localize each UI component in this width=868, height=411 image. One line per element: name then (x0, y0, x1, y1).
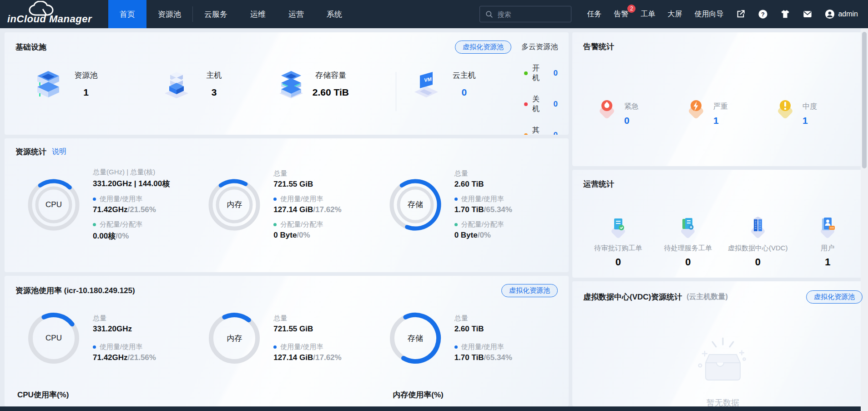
metric-value: 0 Byte (273, 231, 297, 239)
vdc-stats-card: 虚拟数据中心(VDC)资源统计 (云主机数量) 虚拟化资源池 (572, 281, 868, 406)
metric-value: 127.14 GiB (273, 205, 313, 214)
app-logo[interactable]: inCloud Manager (0, 0, 108, 28)
metric-label: 总量 (93, 314, 106, 323)
alarm-label: 紧急 (624, 102, 639, 112)
mail-icon[interactable] (802, 9, 812, 19)
shirt-icon[interactable] (780, 9, 790, 19)
cpu-donut-gauge: CPU (26, 311, 81, 365)
alarms-link[interactable]: 告警2 (614, 10, 628, 19)
storage-donut-gauge: 存储 (388, 311, 443, 365)
host-icon (162, 70, 191, 99)
stat-label: 存储容量 (315, 70, 346, 81)
help-icon[interactable]: ? (758, 9, 768, 19)
metric-value: 721.55 GiB (273, 180, 341, 189)
menu-item-home[interactable]: 首页 (108, 0, 146, 28)
ops-order-tickets: 待审批订购工单 0 (583, 215, 653, 268)
stat-storage-capacity: 存储容量 2.60 TiB (277, 70, 387, 99)
usage-dot-icon (454, 198, 458, 201)
big-screen-link[interactable]: 大屏 (667, 10, 682, 19)
ops-value: 0 (685, 256, 691, 268)
menu-item-operation[interactable]: 运营 (277, 0, 315, 28)
memory-gauge-group: 内存 总量 721.55 GiB 使用量/使用率 127.14 GiB/17.6… (196, 311, 377, 365)
search-input[interactable] (497, 10, 561, 18)
alarm-moderate: 中度 1 (773, 96, 863, 126)
cpu-usage-chart-title: CPU使用率(%) (17, 390, 69, 400)
metric-value: 71.42GHz (93, 205, 128, 214)
metric-value: 331.20GHz | 144.00核 (93, 178, 170, 189)
resource-stats-card: 资源统计 说明 CPU 总量(GH (5, 138, 569, 272)
stats-divider (396, 72, 396, 111)
navbar-right: 任务 告警2 工单 大屏 使用向导 ? admin (587, 0, 868, 28)
metric-rate: /65.34% (484, 353, 512, 362)
scrollbar-thumb[interactable] (862, 32, 867, 168)
tickets-link[interactable]: 工单 (641, 10, 655, 19)
metric-value: 331.20GHz (93, 325, 156, 334)
storage-icon (277, 70, 306, 99)
guide-link[interactable]: 使用向导 (694, 10, 723, 19)
alloc-metric: 分配量/分配率 0.00核/0% (93, 220, 170, 241)
stat-value: 1 (83, 87, 89, 98)
total-metric: 总量(GHz) | 总量(核) 331.20GHz | 144.00核 (93, 168, 170, 189)
menu-item-ops[interactable]: 运维 (239, 0, 277, 28)
stat-cloud-hosts: VM 云主机 0 (412, 70, 512, 99)
ops-vdc: 虚拟数据中心(VDC) 0 (723, 215, 793, 268)
metric-value: 1.70 TiB (454, 353, 484, 362)
metric-value: 0 Byte (454, 231, 478, 239)
usage-dot-icon (454, 345, 458, 349)
total-metric: 总量 2.60 TiB (454, 314, 512, 334)
empty-inbox-icon (689, 334, 757, 393)
memory-gauge-group: 内存 总量 721.55 GiB 使用量/使用率 127.14 GiB/17.6… (196, 168, 377, 241)
vm-state-label: 其他 (532, 126, 546, 135)
storage-gauge-group: 存储 总量 2.60 TiB 使用量/使用率 1.70 TiB/65.34% (377, 311, 558, 365)
logo-text: inCloud Manager (7, 13, 92, 25)
tab-multicloud-pool[interactable]: 多云资源池 (521, 42, 558, 52)
user-icon (816, 215, 839, 238)
ops-users: 用户 1 (793, 215, 863, 268)
tab-virtualization-pool[interactable]: 虚拟化资源池 (455, 41, 511, 54)
metric-value: 2.60 TiB (454, 180, 512, 189)
other-dot-icon (524, 133, 528, 135)
metric-label: 总量 (273, 314, 287, 323)
tab-virtualization-pool[interactable]: 虚拟化资源池 (501, 284, 558, 297)
total-metric: 总量 721.55 GiB (273, 314, 341, 334)
metric-label: 总量 (454, 169, 468, 178)
main-menu: 首页 资源池 云服务 运维 运营 系统 (108, 0, 353, 28)
total-metric: 总量 721.55 GiB (273, 169, 341, 189)
menu-item-cloud-services[interactable]: 云服务 (193, 0, 239, 28)
storage-donut-gauge: 存储 (388, 178, 443, 232)
help-link[interactable]: 说明 (52, 147, 66, 157)
metric-label: 分配量/分配率 (280, 220, 323, 229)
metric-label: 使用量/使用率 (100, 343, 142, 351)
tasks-link[interactable]: 任务 (587, 10, 601, 19)
vm-state-legend: 开机 0 关机 0 其他 0 (524, 64, 558, 135)
usage-metric: 使用量/使用率 71.42GHz/21.56% (93, 343, 156, 362)
stat-value: 0 (461, 87, 467, 98)
tab-virtualization-pool[interactable]: 虚拟化资源池 (806, 290, 863, 304)
order-ticket-icon (606, 215, 630, 238)
menu-item-system[interactable]: 系统 (315, 0, 353, 28)
running-dot-icon (524, 71, 528, 75)
empty-text: 暂无数据 (707, 397, 739, 406)
user-menu[interactable]: admin (825, 9, 858, 19)
metric-value: 71.42GHz (93, 353, 128, 362)
metric-label: 分配量/分配率 (100, 220, 142, 229)
usage-dot-icon (93, 198, 96, 201)
metric-label: 总量(GHz) | 总量(核) (93, 168, 155, 177)
metric-rate: /21.56% (128, 205, 156, 214)
external-link-icon[interactable] (736, 9, 746, 19)
operations-stats-title: 运营统计 (583, 179, 614, 189)
ops-label: 待处理服务工单 (664, 244, 712, 253)
menu-item-resource-pool[interactable]: 资源池 (146, 0, 192, 28)
metric-label: 使用量/使用率 (280, 343, 323, 351)
gauge-label: 内存 (207, 178, 262, 232)
ops-label: 虚拟数据中心(VDC) (728, 244, 788, 253)
global-search[interactable] (479, 6, 571, 22)
gauge-label: 内存 (207, 311, 262, 365)
usage-metric: 使用量/使用率 127.14 GiB/17.62% (273, 343, 341, 362)
resource-stats-title: 资源统计 (15, 147, 46, 157)
ops-service-tickets: 待处理服务工单 0 (653, 215, 723, 268)
alarm-value: 1 (713, 115, 728, 126)
metric-label: 使用量/使用率 (461, 343, 504, 351)
critical-alarm-icon (595, 96, 619, 119)
usage-metric: 使用量/使用率 127.14 GiB/17.62% (273, 195, 341, 214)
